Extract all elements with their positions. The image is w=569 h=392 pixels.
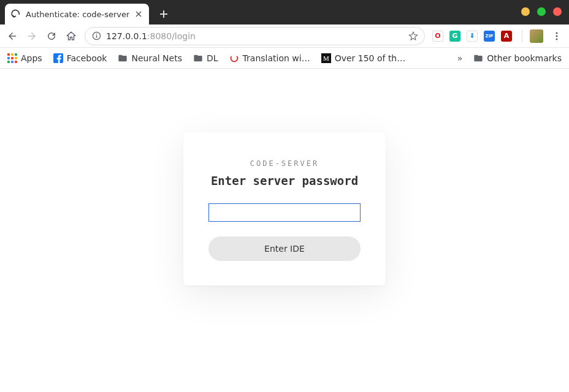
svg-text:M: M bbox=[323, 55, 329, 62]
bookmark-label: Over 150 of th… bbox=[335, 53, 406, 63]
login-eyebrow: CODE-SERVER bbox=[200, 159, 369, 168]
url-text: 127.0.0.1:8080/login bbox=[106, 31, 196, 41]
login-title: Enter server password bbox=[200, 174, 369, 187]
bookmark-item[interactable]: Neural Nets bbox=[118, 53, 182, 63]
svg-rect-1 bbox=[96, 36, 97, 38]
window-minimize-button[interactable] bbox=[521, 7, 530, 16]
bookmarks-bar: Apps FacebookNeural NetsDLTranslation wi… bbox=[0, 48, 569, 69]
profile-avatar[interactable] bbox=[530, 29, 543, 43]
window-close-button[interactable] bbox=[553, 7, 562, 16]
other-bookmarks[interactable]: Other bookmarks bbox=[473, 53, 562, 63]
bookmark-label: Neural Nets bbox=[131, 53, 182, 63]
folder-icon bbox=[473, 53, 483, 63]
page-content: CODE-SERVER Enter server password Enter … bbox=[0, 69, 569, 392]
grammarly-icon[interactable]: G bbox=[449, 31, 460, 42]
bookmark-item[interactable]: Translation wi… bbox=[229, 53, 310, 63]
spinner-icon bbox=[229, 53, 239, 63]
browser-chrome: Authenticate: code-server bbox=[0, 0, 569, 392]
toolbar-divider bbox=[522, 30, 522, 42]
svg-point-4 bbox=[556, 35, 557, 37]
titlebar: Authenticate: code-server bbox=[0, 0, 569, 24]
bookmark-item[interactable]: DL bbox=[193, 53, 218, 63]
apps-label: Apps bbox=[21, 53, 42, 63]
window-maximize-button[interactable] bbox=[537, 7, 546, 16]
adobe-icon[interactable]: A bbox=[501, 31, 512, 42]
svg-point-3 bbox=[556, 32, 557, 34]
apps-icon bbox=[7, 53, 17, 63]
toolbar: 127.0.0.1:8080/login OG⬇ZIPA bbox=[0, 24, 569, 48]
bookmark-label: Facebook bbox=[67, 53, 107, 63]
extension-icons: OG⬇ZIPA bbox=[432, 31, 514, 42]
window-controls bbox=[521, 7, 562, 16]
other-bookmarks-label: Other bookmarks bbox=[487, 53, 562, 63]
zip-icon[interactable]: ZIP bbox=[484, 31, 495, 42]
svg-point-7 bbox=[231, 55, 237, 61]
svg-point-5 bbox=[556, 38, 557, 40]
close-tab-icon[interactable] bbox=[134, 10, 143, 18]
back-button[interactable] bbox=[6, 30, 18, 42]
facebook-icon bbox=[53, 53, 63, 63]
favicon-icon bbox=[11, 9, 21, 19]
login-card: CODE-SERVER Enter server password Enter … bbox=[183, 132, 386, 285]
opera-icon[interactable]: O bbox=[432, 31, 443, 42]
bookmark-item[interactable]: MOver 150 of th… bbox=[321, 53, 406, 63]
idm-icon[interactable]: ⬇ bbox=[467, 31, 478, 42]
enter-ide-button[interactable]: Enter IDE bbox=[208, 236, 361, 261]
menu-button[interactable] bbox=[551, 30, 563, 42]
new-tab-button[interactable] bbox=[155, 6, 172, 23]
site-info-icon[interactable] bbox=[91, 31, 101, 41]
bookmark-item[interactable]: Facebook bbox=[53, 53, 107, 63]
bookmarks-overflow-button[interactable]: » bbox=[457, 53, 463, 63]
bookmark-star-icon[interactable] bbox=[408, 31, 418, 41]
bookmark-label: Translation wi… bbox=[243, 53, 310, 63]
browser-tab[interactable]: Authenticate: code-server bbox=[5, 4, 149, 24]
apps-shortcut[interactable]: Apps bbox=[7, 53, 42, 63]
reload-button[interactable] bbox=[45, 30, 58, 42]
folder-icon bbox=[118, 53, 128, 63]
svg-rect-2 bbox=[96, 34, 97, 35]
folder-icon bbox=[193, 53, 203, 63]
home-button[interactable] bbox=[65, 30, 77, 42]
forward-button[interactable] bbox=[26, 30, 38, 42]
address-bar[interactable]: 127.0.0.1:8080/login bbox=[85, 27, 425, 45]
tab-title: Authenticate: code-server bbox=[26, 10, 129, 19]
password-input[interactable] bbox=[208, 203, 361, 222]
medium-icon: M bbox=[321, 53, 331, 63]
bookmark-label: DL bbox=[207, 53, 218, 63]
